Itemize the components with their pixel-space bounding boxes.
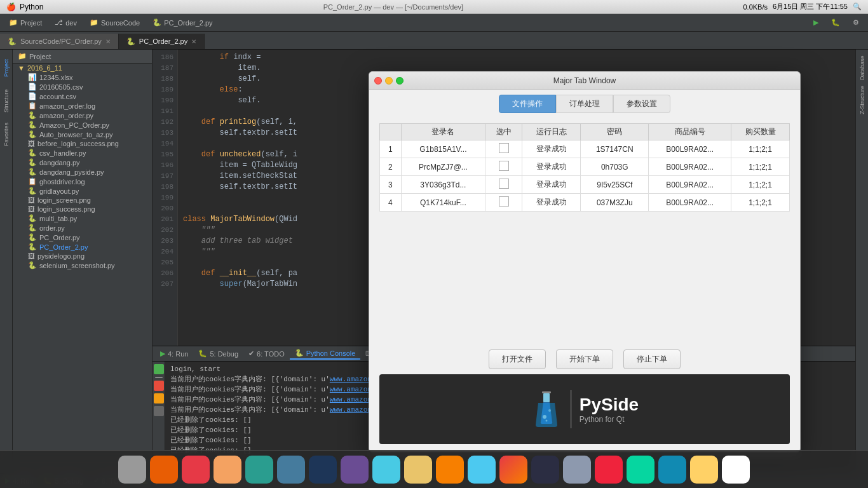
dock-app-9[interactable]	[404, 456, 432, 484]
dock-app-3[interactable]	[214, 456, 241, 484]
dock-app-18[interactable]	[690, 456, 718, 484]
tree-file-11[interactable]: 🐍 dangdang_pyside.py	[23, 167, 152, 177]
tree-file-18[interactable]: 🐍 PC_Order.py	[23, 233, 152, 242]
dock-app-16[interactable]	[627, 456, 654, 484]
tree-file-10[interactable]: 🐍 dangdang.py	[23, 158, 152, 167]
toolbar-dev[interactable]: ⎇ dev	[51, 17, 81, 28]
tab-close-1[interactable]: ✕	[105, 38, 111, 45]
tree-file-12[interactable]: 📋 ghostdriver.log	[23, 177, 152, 186]
row2-check[interactable]	[485, 158, 522, 176]
dock-app-14[interactable]	[563, 456, 591, 484]
open-file-button[interactable]: 打开文件	[489, 349, 546, 369]
dock-trash[interactable]	[722, 456, 750, 484]
modal-tab-0[interactable]: 文件操作	[499, 95, 556, 113]
dock-app-7[interactable]	[341, 456, 369, 484]
tl-minimize[interactable]	[385, 77, 393, 85]
modal-tabs: 文件操作 订单处理 参数设置	[369, 90, 800, 118]
sidebar-item-favorites[interactable]: Favorites	[1, 118, 12, 150]
search-icon[interactable]: 🔍	[853, 3, 862, 11]
start-order-button[interactable]: 开始下单	[556, 349, 613, 369]
stop-order-button[interactable]: 停止下单	[623, 349, 681, 369]
file-icon-19: 🐍	[28, 243, 37, 251]
tl-close[interactable]	[374, 77, 382, 85]
project-header: 📁 Project	[13, 50, 152, 64]
tree-file-19[interactable]: 🐍 PC_Order_2.py	[23, 242, 152, 252]
run-button[interactable]: ▶	[810, 17, 822, 28]
tree-file-14[interactable]: 🖼 login_screen.png	[23, 196, 152, 205]
tab-run[interactable]: ▶ 4: Run	[155, 348, 193, 359]
row4-log: 登录成功	[522, 194, 581, 212]
project-folder-icon: 📁	[18, 52, 27, 60]
sidebar-right-structure[interactable]: Z-Structure	[857, 84, 868, 116]
dock-app-8[interactable]	[372, 456, 400, 484]
tab-sourceCode[interactable]: 🐍 SourceCode/PC_Order.py ✕	[0, 34, 119, 49]
row4-checkbox[interactable]	[499, 196, 509, 207]
stop-btn[interactable]	[154, 381, 164, 391]
sidebar-item-structure[interactable]: Structure	[1, 85, 12, 117]
row4-username: Q1K714kuF...	[401, 194, 485, 212]
dock-app-17[interactable]	[658, 456, 686, 484]
dock-app-6[interactable]	[309, 456, 337, 484]
row3-id: 3	[380, 176, 402, 194]
tree-file-16[interactable]: 🐍 multi_tab.py	[23, 214, 152, 223]
dock-app-1[interactable]	[150, 456, 178, 484]
modal-tab-2[interactable]: 参数设置	[613, 95, 670, 113]
debug-button[interactable]: 🐛	[827, 17, 844, 28]
dock-app-15[interactable]	[595, 456, 623, 484]
toolbar-source[interactable]: 📁 SourceCode	[86, 17, 144, 28]
dock-finder[interactable]	[118, 456, 146, 484]
tree-file-2[interactable]: 📄 20160505.csv	[23, 82, 152, 92]
row4-check[interactable]	[485, 194, 522, 212]
tree-file-5[interactable]: 🐍 amazon_order.py	[23, 111, 152, 120]
sidebar-right-database[interactable]: Database	[857, 52, 868, 84]
row3-check[interactable]	[485, 176, 522, 194]
modal-window: Major Tab Window 文件操作 订单处理 参数设置 登录名 选中 运…	[369, 71, 801, 452]
toolbar-project[interactable]: 📁 Project	[5, 17, 46, 28]
settings-button[interactable]: ⚙	[849, 17, 863, 28]
tree-file-15[interactable]: 🖼 login_success.png	[23, 205, 152, 214]
tab-close-2[interactable]: ✕	[191, 38, 196, 45]
modal-tab-1[interactable]: 订单处理	[556, 95, 613, 113]
dock-app-11[interactable]	[468, 456, 496, 484]
pause-btn[interactable]	[154, 393, 164, 403]
tree-file-17[interactable]: 🐍 order.py	[23, 223, 152, 233]
row2-checkbox[interactable]	[499, 161, 509, 171]
toolbar-file[interactable]: 🐍 PC_Order_2.py	[149, 17, 216, 28]
row1-checkbox[interactable]	[499, 143, 509, 153]
tab-pc-order2[interactable]: 🐍 PC_Order_2.py ✕	[119, 34, 205, 49]
dock-app-10[interactable]	[436, 456, 464, 484]
tree-file-20[interactable]: 🖼 pysidelogo.png	[23, 252, 152, 261]
file-icon-4: 📋	[28, 102, 37, 110]
tab-python-console[interactable]: 🐍 Python Console	[290, 348, 361, 360]
tl-maximize[interactable]	[396, 77, 403, 85]
file-icon-3: 📄	[28, 92, 37, 100]
dock-app-12[interactable]	[499, 456, 527, 484]
tree-file-13[interactable]: 🐍 gridlayout.py	[23, 186, 152, 196]
tree-root-folder[interactable]: ▼ 2016_6_11	[13, 64, 152, 72]
svg-point-4	[545, 420, 547, 422]
tab-debug[interactable]: 🐛 5: Debug	[193, 348, 243, 359]
row3-checkbox[interactable]	[499, 179, 509, 189]
tree-file-4[interactable]: 📋 amazon_order.log	[23, 101, 152, 111]
tree-file-21[interactable]: 🐍 selenium_screenshot.py	[23, 261, 152, 270]
sidebar-item-project[interactable]: Project	[1, 52, 12, 84]
svg-point-2	[543, 415, 546, 419]
row1-check[interactable]	[485, 140, 522, 158]
dock-app-2[interactable]	[182, 456, 210, 484]
pyside-sub: Python for Qt	[580, 415, 639, 424]
tree-file-8[interactable]: 🖼 before_login_success.png	[23, 139, 152, 148]
tab-todo[interactable]: ✔ 6: TODO	[243, 348, 290, 359]
dock-app-5[interactable]	[277, 456, 305, 484]
tree-file-3[interactable]: 📄 account.csv	[23, 92, 152, 101]
separator	[155, 377, 163, 378]
tree-file-6[interactable]: 🐍 Amazon_PC_Order.py	[23, 120, 152, 130]
dock-app-4[interactable]	[245, 456, 273, 484]
tree-file-7[interactable]: 🐍 Auto_browser_to_az.py	[23, 130, 152, 139]
row2-username: PrcMpZJ7@...	[401, 158, 485, 176]
pyside-flask-icon	[531, 390, 562, 428]
tree-file-1[interactable]: 📊 12345.xlsx	[23, 72, 152, 82]
run-btn[interactable]	[154, 364, 164, 374]
step-btn[interactable]	[154, 406, 164, 416]
tree-file-9[interactable]: 🐍 csv_handler.py	[23, 148, 152, 158]
dock-app-13[interactable]	[531, 456, 559, 484]
